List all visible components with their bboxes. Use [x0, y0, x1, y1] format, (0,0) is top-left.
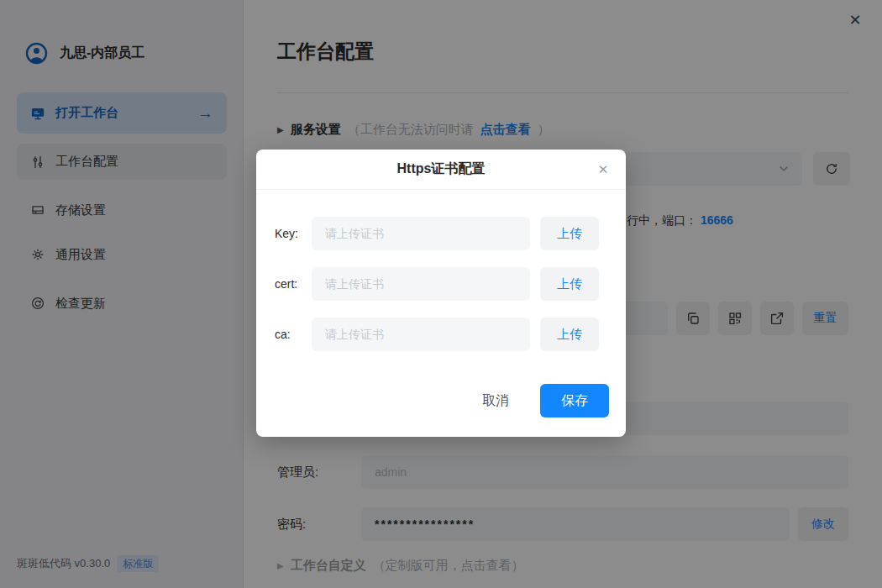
cert-upload-button[interactable]: 上传 — [540, 267, 599, 301]
cert-label: cert: — [275, 267, 297, 301]
key-upload-button[interactable]: 上传 — [540, 217, 599, 250]
ca-label: ca: — [275, 318, 291, 351]
ca-upload-button[interactable]: 上传 — [540, 318, 599, 351]
modal-header: Https证书配置 ✕ — [256, 150, 626, 190]
cert-cert-input[interactable] — [312, 267, 530, 301]
cancel-button[interactable]: 取消 — [466, 384, 525, 417]
modal-close-icon[interactable]: ✕ — [594, 160, 612, 179]
cert-ca-row: ca: 上传 — [256, 318, 626, 351]
modal-footer: 取消 保存 — [256, 384, 626, 417]
cert-key-row: Key: 上传 — [256, 217, 626, 250]
modal-title: Https证书配置 — [397, 160, 486, 178]
key-label: Key: — [275, 217, 298, 250]
cert-cert-row: cert: 上传 — [256, 267, 626, 301]
save-button[interactable]: 保存 — [540, 384, 609, 417]
app-window: 九思-内部员工 打开工作台 → 工作台配置 — [0, 0, 882, 588]
key-cert-input[interactable] — [312, 217, 530, 250]
ca-cert-input[interactable] — [312, 318, 530, 351]
https-cert-modal: Https证书配置 ✕ Key: 上传 cert: 上传 ca: 上传 取消 保… — [256, 150, 626, 437]
